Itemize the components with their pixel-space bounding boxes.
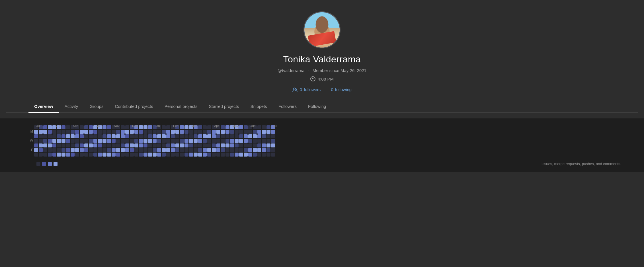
day-cell: [235, 134, 239, 138]
day-cell: [198, 153, 202, 157]
day-cell: [253, 139, 257, 143]
day-cell: [66, 139, 70, 143]
day-cell: [221, 139, 225, 143]
day-cell: [125, 125, 129, 129]
day-cell: [216, 139, 220, 143]
tab-starred-projects[interactable]: Starred projects: [203, 100, 245, 113]
day-cell: [244, 134, 248, 138]
day-cell: [148, 130, 152, 134]
day-cell: [216, 153, 220, 157]
day-cell: [153, 153, 157, 157]
tab-groups[interactable]: Groups: [84, 100, 109, 113]
day-cell: [84, 125, 88, 129]
day-cell: [230, 143, 234, 147]
day-cell: [134, 139, 138, 143]
day-cell: [61, 125, 65, 129]
day-cell: [125, 130, 129, 134]
day-cell: [180, 153, 184, 157]
day-cell: [75, 134, 79, 138]
day-cell: [57, 139, 61, 143]
day-cell: [143, 134, 147, 138]
day-cell: [248, 139, 252, 143]
day-cell: [93, 139, 97, 143]
day-cell: [130, 134, 134, 138]
day-cell: [248, 143, 252, 147]
day-cell: [134, 130, 138, 134]
day-cell: [194, 153, 198, 157]
avatar-image: [304, 12, 340, 48]
day-cell: [257, 130, 261, 134]
day-cell: [162, 148, 166, 152]
day-cell: [39, 134, 43, 138]
following-link[interactable]: 0 following: [331, 87, 352, 92]
day-cell: [39, 153, 43, 157]
day-cell: [93, 134, 97, 138]
day-cell: [235, 130, 239, 134]
day-cell: [125, 153, 129, 157]
tab-activity[interactable]: Activity: [59, 100, 84, 113]
day-cell: [143, 130, 147, 134]
day-cell: [48, 130, 52, 134]
day-cell: [34, 134, 38, 138]
tab-following[interactable]: Following: [302, 100, 332, 113]
day-cell: [80, 125, 84, 129]
day-cell: [266, 134, 270, 138]
day-cell: [194, 134, 198, 138]
day-cell: [107, 134, 111, 138]
day-cell: [166, 125, 170, 129]
day-cell: [171, 148, 175, 152]
day-cell: [107, 148, 111, 152]
tab-contributed-projects[interactable]: Contributed projects: [109, 100, 159, 113]
day-cell: [171, 153, 175, 157]
day-cell: [66, 148, 70, 152]
day-cell: [43, 139, 47, 143]
day-cell: [212, 139, 216, 143]
day-cell: [198, 125, 202, 129]
day-cell: [235, 153, 239, 157]
legend-text: Issues, merge requests, pushes, and comm…: [542, 162, 621, 166]
day-cell: [171, 134, 175, 138]
day-cell: [125, 139, 129, 143]
day-cell: [102, 148, 106, 152]
day-cell: [143, 139, 147, 143]
day-cell: [66, 125, 70, 129]
day-cell: [89, 130, 93, 134]
day-cell: [116, 130, 120, 134]
tab-personal-projects[interactable]: Personal projects: [159, 100, 203, 113]
day-cell: [39, 139, 43, 143]
day-cell: [153, 143, 157, 147]
follow-separator: ·: [325, 87, 326, 92]
tab-overview[interactable]: Overview: [28, 100, 59, 113]
day-cell: [257, 148, 261, 152]
day-cell: [125, 134, 129, 138]
day-cell: [143, 125, 147, 129]
day-cell: [93, 153, 97, 157]
day-cell: [66, 134, 70, 138]
day-cell: [116, 153, 120, 157]
day-cell: [225, 139, 229, 143]
tab-followers[interactable]: Followers: [273, 100, 302, 113]
day-cell: [162, 125, 166, 129]
day-cell: [244, 153, 248, 157]
day-cell: [216, 134, 220, 138]
time-display: 4:08 PM: [318, 77, 334, 81]
followers-link[interactable]: 0 followers: [292, 87, 321, 92]
day-cell: [184, 139, 188, 143]
day-cell: [52, 139, 56, 143]
day-cell: [102, 130, 106, 134]
day-cell: [61, 139, 65, 143]
day-cell: [221, 130, 225, 134]
day-cell: [262, 139, 266, 143]
day-cell: [57, 134, 61, 138]
day-cell: [198, 143, 202, 147]
day-cell: [235, 143, 239, 147]
day-cell: [271, 134, 275, 138]
day-cell: [244, 143, 248, 147]
day-cell: [230, 134, 234, 138]
day-cell: [153, 130, 157, 134]
tab-snippets[interactable]: Snippets: [245, 100, 272, 113]
day-cell: [89, 153, 93, 157]
day-cell: [207, 125, 211, 129]
day-cell: [235, 139, 239, 143]
day-cell: [121, 148, 125, 152]
